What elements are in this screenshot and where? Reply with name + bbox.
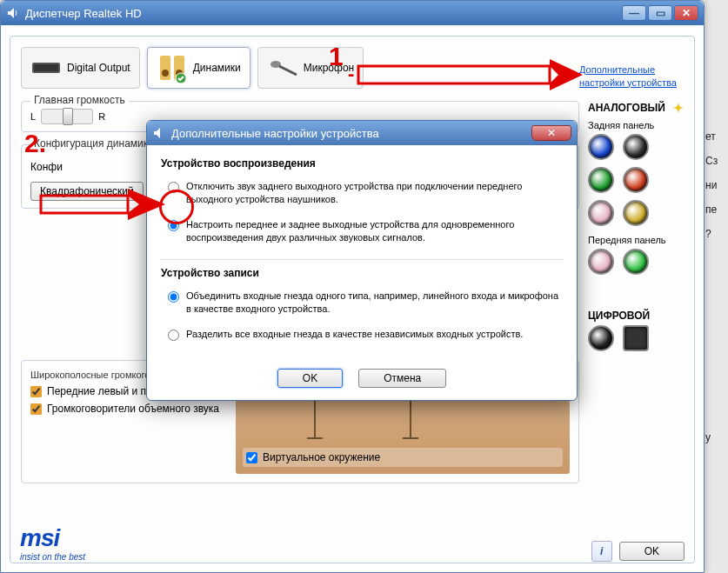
rear-jacks <box>588 134 684 226</box>
virtual-surround-label: Виртуальное окружение <box>263 451 380 463</box>
jack-front-green[interactable] <box>623 249 649 275</box>
info-button[interactable]: i <box>591 541 612 562</box>
advanced-settings-link[interactable]: Дополнительные настройки устройства <box>579 63 684 89</box>
recording-radio-combine[interactable] <box>168 291 179 303</box>
amplifier-icon <box>30 52 62 83</box>
surround-checkbox-row[interactable]: Громкоговорители объемного звука <box>30 403 222 415</box>
volume-group-title: Главная громкость <box>30 94 129 106</box>
rear-panel-label: Задняя панель <box>588 120 684 130</box>
dialog-title: Дополнительные настройки устройства <box>171 127 531 140</box>
speakers-icon <box>157 52 188 83</box>
recording-section: Устройство записи Объединить входные гне… <box>161 259 563 350</box>
microphone-icon <box>267 52 298 83</box>
recording-heading: Устройство записи <box>161 267 563 279</box>
playback-radio-independent[interactable] <box>168 220 179 231</box>
balance-slider[interactable] <box>41 109 93 124</box>
jack-blue[interactable] <box>588 134 614 160</box>
playback-heading: Устройство воспроизведения <box>161 157 563 170</box>
dialog-titlebar[interactable]: Дополнительные настройки устройства ✕ <box>147 121 577 145</box>
maximize-button[interactable]: ▭ <box>648 5 672 21</box>
dialog-cancel-button[interactable]: Отмена <box>358 369 446 388</box>
playback-radio-mute-rear[interactable] <box>168 182 179 193</box>
msi-slogan: insist on the best <box>20 552 85 562</box>
sparkle-icon: ✦ <box>673 101 684 115</box>
playback-section: Устройство воспроизведения Отключить зву… <box>161 157 563 252</box>
svg-point-4 <box>162 70 169 77</box>
jack-pink[interactable] <box>588 200 614 226</box>
balance-left-label: L <box>30 111 36 122</box>
minimize-button[interactable]: — <box>622 5 646 21</box>
analog-heading: АНАЛОГОВЫЙ✦ <box>588 101 684 115</box>
config-group-title: Конфигурация динамик <box>30 137 151 150</box>
front-jacks <box>588 249 684 275</box>
tab-speakers[interactable]: Динамики <box>147 47 250 89</box>
surround-checkbox[interactable] <box>30 403 42 415</box>
speaker-icon <box>6 6 20 20</box>
dialog-close-button[interactable]: ✕ <box>531 125 571 141</box>
jack-orange[interactable] <box>623 167 649 193</box>
jack-black[interactable] <box>623 134 649 160</box>
front-lr-checkbox[interactable] <box>30 386 42 397</box>
msi-logo: msi <box>20 524 85 552</box>
connector-panel: АНАЛОГОВЫЙ✦ Задняя панель Передняя панел… <box>588 101 684 483</box>
tab-microphone[interactable]: Микрофон <box>257 47 364 89</box>
jack-green[interactable] <box>588 167 614 193</box>
svg-rect-1 <box>34 64 58 71</box>
dialog-ok-button[interactable]: OK <box>277 369 343 388</box>
jack-front-pink[interactable] <box>588 249 614 275</box>
recording-radio-separate[interactable] <box>168 330 179 341</box>
playback-option-1[interactable]: Отключить звук заднего выходного устройс… <box>161 177 563 215</box>
advanced-settings-dialog: Дополнительные настройки устройства ✕ Ус… <box>146 120 578 401</box>
main-ok-button[interactable]: OK <box>619 542 685 561</box>
digital-heading: ЦИФРОВОЙ <box>588 310 684 322</box>
jack-optical[interactable] <box>623 325 649 351</box>
digital-jacks <box>588 325 684 351</box>
balance-right-label: R <box>98 111 105 122</box>
speaker-config-dropdown[interactable]: Квадрафонический <box>30 182 144 201</box>
recording-option-2[interactable]: Разделить все входные гнезда в качестве … <box>161 324 563 350</box>
virtual-surround-checkbox[interactable] <box>246 452 257 463</box>
recording-option-1[interactable]: Объединить входные гнезда одного типа, н… <box>161 286 563 324</box>
jack-yellow[interactable] <box>623 200 649 226</box>
jack-spdif[interactable] <box>588 325 614 351</box>
window-title: Диспетчер Realtek HD <box>25 7 622 20</box>
footer: msi insist on the best i OK <box>20 524 685 562</box>
speaker-icon <box>152 126 166 140</box>
playback-option-2[interactable]: Настроить переднее и заднее выходные уст… <box>161 215 563 253</box>
titlebar[interactable]: Диспетчер Realtek HD — ▭ ✕ <box>1 1 704 25</box>
close-button[interactable]: ✕ <box>674 5 698 21</box>
config-label-truncated: Конфи <box>30 161 63 173</box>
cropped-background-text: ет Сз ни пе ? у <box>705 130 728 456</box>
front-panel-label: Передняя панель <box>588 235 684 245</box>
device-tabs: Digital Output Динамики Микрофон Дополни… <box>21 47 684 89</box>
tab-digital-output[interactable]: Digital Output <box>21 47 140 89</box>
